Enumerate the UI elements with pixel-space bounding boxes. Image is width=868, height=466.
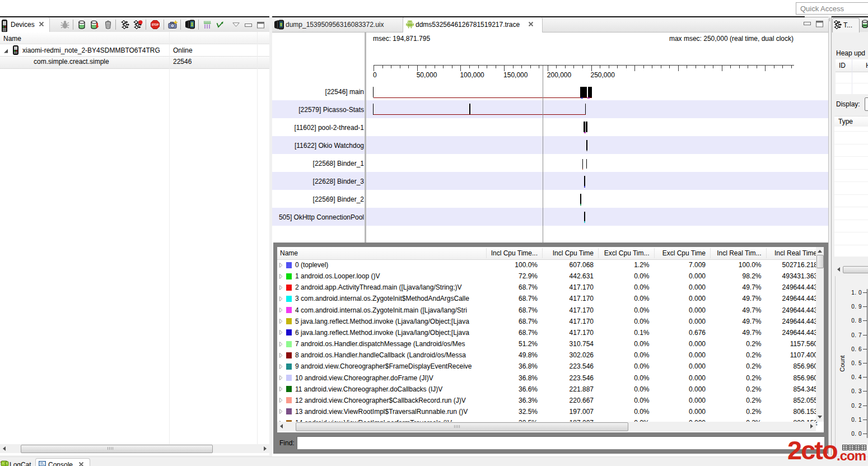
svg-text:STOP: STOP — [152, 24, 158, 26]
